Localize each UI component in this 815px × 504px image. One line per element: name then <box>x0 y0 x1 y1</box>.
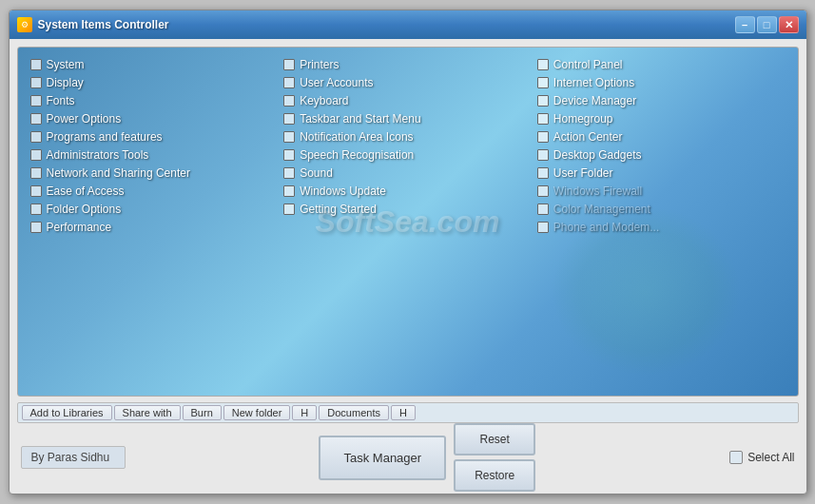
checkbox-phone-modem[interactable] <box>537 222 549 233</box>
item-row-programs-features[interactable]: Programs and features <box>28 129 281 145</box>
checkbox-taskbar-start[interactable] <box>283 113 295 125</box>
checkbox-user-accounts[interactable] <box>283 77 295 88</box>
item-row-sound[interactable]: Sound <box>281 165 534 181</box>
maximize-button[interactable]: □ <box>757 16 777 33</box>
label-taskbar-start: Taskbar and Start Menu <box>300 112 420 126</box>
label-folder-options: Folder Options <box>47 203 122 216</box>
item-row-network-sharing[interactable]: Network and Sharing Center <box>28 165 281 181</box>
item-row-taskbar-start[interactable]: Taskbar and Start Menu <box>281 111 534 126</box>
item-row-display[interactable]: Display <box>28 75 281 90</box>
item-row-control-panel[interactable]: Control Panel <box>534 57 788 72</box>
checkbox-printers[interactable] <box>283 59 295 70</box>
checkbox-network-sharing[interactable] <box>30 167 42 179</box>
item-row-printers[interactable]: Printers <box>281 57 534 72</box>
checkbox-action-center[interactable] <box>537 131 549 143</box>
item-row-color-management[interactable]: Color Management <box>534 202 788 217</box>
label-fonts: Fonts <box>47 94 75 107</box>
toolbar-btn-3[interactable]: New folder <box>223 405 291 420</box>
label-action-center: Action Center <box>553 130 623 144</box>
item-row-speech-recognisation[interactable]: Speech Recognisation <box>281 147 534 163</box>
items-grid: SystemDisplayFontsPower OptionsPrograms … <box>28 57 788 235</box>
bottom-row: By Paras Sidhu Task Manager Reset Restor… <box>17 429 799 486</box>
item-row-windows-firewall[interactable]: Windows Firewall <box>534 184 788 199</box>
toolbar-btn-5[interactable]: Documents <box>319 405 389 420</box>
label-performance: Performance <box>47 221 112 234</box>
column-3: Control PanelInternet OptionsDevice Mana… <box>534 57 788 235</box>
checkbox-administrators-tools[interactable] <box>30 149 42 161</box>
checkbox-speech-recognisation[interactable] <box>283 149 295 161</box>
checkbox-device-manager[interactable] <box>537 95 549 107</box>
checkbox-windows-update[interactable] <box>283 185 295 197</box>
label-homegroup: Homegroup <box>553 112 613 126</box>
checkbox-color-management[interactable] <box>537 204 549 215</box>
label-power-options: Power Options <box>47 112 122 126</box>
item-row-notification-icons[interactable]: Notification Area Icons <box>281 129 534 145</box>
select-all-row: Select All <box>729 451 794 464</box>
item-row-keyboard[interactable]: Keyboard <box>281 93 534 108</box>
label-notification-icons: Notification Area Icons <box>300 130 413 144</box>
checkbox-internet-options[interactable] <box>537 77 549 88</box>
item-row-performance[interactable]: Performance <box>28 220 281 235</box>
item-row-fonts[interactable]: Fonts <box>28 93 281 108</box>
task-manager-button[interactable]: Task Manager <box>319 436 446 480</box>
close-button[interactable]: ✕ <box>779 16 799 33</box>
checkbox-homegroup[interactable] <box>537 113 549 125</box>
titlebar-left: ⚙ System Items Controller <box>17 17 169 32</box>
checkbox-power-options[interactable] <box>30 113 42 125</box>
item-row-action-center[interactable]: Action Center <box>534 129 788 145</box>
label-programs-features: Programs and features <box>47 130 163 144</box>
label-display: Display <box>47 76 84 89</box>
item-row-folder-options[interactable]: Folder Options <box>28 202 281 217</box>
checkbox-getting-started[interactable] <box>283 204 295 215</box>
toolbar-btn-4[interactable]: H <box>292 405 317 420</box>
checkbox-control-panel[interactable] <box>537 59 549 70</box>
content-area: SoftSea.com SystemDisplayFontsPower Opti… <box>10 39 806 494</box>
toolbar-btn-0[interactable]: Add to Libraries <box>22 405 112 420</box>
item-row-windows-update[interactable]: Windows Update <box>281 184 534 199</box>
titlebar: ⚙ System Items Controller – □ ✕ <box>10 10 806 39</box>
item-row-power-options[interactable]: Power Options <box>28 111 281 126</box>
column-1: SystemDisplayFontsPower OptionsPrograms … <box>28 57 281 235</box>
label-phone-modem: Phone and Modem... <box>553 221 659 234</box>
checkbox-fonts[interactable] <box>30 95 42 107</box>
main-window: ⚙ System Items Controller – □ ✕ SoftSea.… <box>9 10 807 494</box>
checkbox-user-folder[interactable] <box>537 167 549 179</box>
item-row-phone-modem[interactable]: Phone and Modem... <box>534 220 788 235</box>
item-row-system[interactable]: System <box>28 57 281 72</box>
checkbox-ease-of-access[interactable] <box>30 185 42 197</box>
item-row-desktop-gadgets[interactable]: Desktop Gadgets <box>534 147 788 163</box>
item-row-ease-of-access[interactable]: Ease of Access <box>28 184 281 199</box>
checkbox-sound[interactable] <box>283 167 295 179</box>
minimize-button[interactable]: – <box>735 16 755 33</box>
label-administrators-tools: Administrators Tools <box>47 148 149 162</box>
toolbar-btn-6[interactable]: H <box>391 405 416 420</box>
item-row-homegroup[interactable]: Homegroup <box>534 111 788 126</box>
toolbar-row: Add to LibrariesShare withBurnNew folder… <box>17 402 799 423</box>
checkbox-folder-options[interactable] <box>30 204 42 215</box>
label-user-folder: User Folder <box>553 166 613 180</box>
item-row-internet-options[interactable]: Internet Options <box>534 75 788 90</box>
restore-button[interactable]: Restore <box>454 459 535 492</box>
select-all-label: Select All <box>747 451 794 464</box>
item-row-getting-started[interactable]: Getting Started <box>281 202 534 217</box>
label-control-panel: Control Panel <box>553 58 623 71</box>
item-row-user-folder[interactable]: User Folder <box>534 165 788 181</box>
window-title: System Items Controller <box>38 18 169 31</box>
checkbox-programs-features[interactable] <box>30 131 42 143</box>
select-all-checkbox[interactable] <box>729 451 743 464</box>
checkbox-display[interactable] <box>30 77 42 88</box>
toolbar-btn-2[interactable]: Burn <box>183 405 222 420</box>
checkbox-notification-icons[interactable] <box>283 131 295 143</box>
label-system: System <box>47 58 85 71</box>
item-row-administrators-tools[interactable]: Administrators Tools <box>28 147 281 163</box>
checkbox-system[interactable] <box>30 59 42 70</box>
checkbox-windows-firewall[interactable] <box>537 185 549 197</box>
checkbox-performance[interactable] <box>30 222 42 233</box>
label-internet-options: Internet Options <box>553 76 634 89</box>
toolbar-btn-1[interactable]: Share with <box>114 405 181 420</box>
checkbox-keyboard[interactable] <box>283 95 295 107</box>
item-row-user-accounts[interactable]: User Accounts <box>281 75 534 90</box>
item-row-device-manager[interactable]: Device Manager <box>534 93 788 108</box>
checkbox-desktop-gadgets[interactable] <box>537 149 549 161</box>
reset-button[interactable]: Reset <box>454 423 535 456</box>
